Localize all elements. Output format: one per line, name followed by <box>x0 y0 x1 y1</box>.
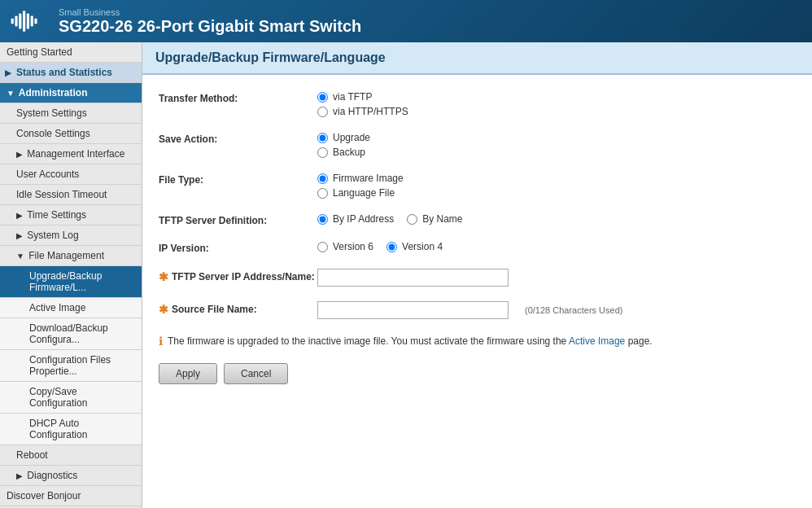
cancel-button[interactable]: Cancel <box>224 363 288 384</box>
svg-rect-0 <box>11 19 14 24</box>
svg-rect-4 <box>27 13 29 28</box>
by-name-radio[interactable] <box>407 214 417 225</box>
header-title-area: Small Business SG220-26 26-Port Gigabit … <box>59 7 361 36</box>
ip-version-label: IP Version: <box>159 241 317 254</box>
sidebar-item-management-interface[interactable]: ▶ Management Interface <box>0 144 142 164</box>
sidebar-item-getting-started[interactable]: Getting Started <box>0 42 142 63</box>
save-action-backup: Backup <box>317 147 370 158</box>
chevron-right-icon: ▶ <box>16 471 23 480</box>
sidebar-item-system-log[interactable]: ▶ System Log <box>0 226 142 246</box>
save-action-label: Save Action: <box>159 132 317 145</box>
transfer-method-row: Transfer Method: via TFTP via HTTP/HTTPS <box>159 91 796 117</box>
tftp-label[interactable]: via TFTP <box>333 91 372 103</box>
header-brand: Small Business <box>59 7 361 17</box>
transfer-method-http: via HTTP/HTTPS <box>317 106 408 117</box>
save-action-controls: Upgrade Backup <box>317 132 370 158</box>
cisco-logo <box>10 7 49 36</box>
sidebar-item-status-statistics[interactable]: ▶ Status and Statistics <box>0 63 142 83</box>
sidebar-item-active-image[interactable]: Active Image <box>0 298 142 318</box>
ipv6-radio[interactable] <box>317 242 328 252</box>
by-name-row: By Name <box>407 213 462 225</box>
ipv6-label[interactable]: Version 6 <box>333 241 373 252</box>
source-file-label: Source File Name: <box>172 304 257 315</box>
source-file-controls: (0/128 Characters Used) <box>317 301 622 319</box>
sidebar: Getting Started ▶ Status and Statistics … <box>0 42 142 508</box>
sidebar-item-download-backup[interactable]: Download/Backup Configura... <box>0 318 142 350</box>
http-radio[interactable] <box>317 107 328 117</box>
svg-rect-1 <box>15 16 17 27</box>
sidebar-item-diagnostics[interactable]: ▶ Diagnostics <box>0 466 142 486</box>
ipv4-radio[interactable] <box>386 242 397 252</box>
sidebar-item-administration[interactable]: ▼ Administration <box>0 83 142 103</box>
active-image-link[interactable]: Active Image <box>569 335 625 347</box>
save-action-row: Save Action: Upgrade Backup <box>159 132 796 158</box>
backup-label[interactable]: Backup <box>333 147 365 158</box>
ip-version-controls: Version 6 Version 4 <box>317 241 443 252</box>
tftp-server-ip-input[interactable] <box>317 269 509 287</box>
sidebar-item-config-files[interactable]: Configuration Files Propertie... <box>0 350 142 382</box>
firmware-label[interactable]: Firmware Image <box>333 173 404 184</box>
tftp-radio[interactable] <box>317 92 328 103</box>
tftp-server-def-row: TFTP Server Definition: By IP Address By… <box>159 213 796 226</box>
transfer-method-tftp: via TFTP <box>317 91 408 103</box>
form-container: Transfer Method: via TFTP via HTTP/HTTPS… <box>142 75 812 401</box>
tftp-server-ip-controls <box>317 269 509 287</box>
info-message-row: ℹ The firmware is upgraded to the inacti… <box>159 334 796 348</box>
sidebar-item-time-settings[interactable]: ▶ Time Settings <box>0 205 142 226</box>
by-name-label[interactable]: By Name <box>422 213 462 225</box>
chevron-right-icon: ▶ <box>16 231 23 240</box>
sidebar-item-console-settings[interactable]: Console Settings <box>0 124 142 144</box>
tftp-server-ip-row: ✱ TFTP Server IP Address/Name: <box>159 269 796 287</box>
sidebar-item-discover-bonjour[interactable]: Discover Bonjour <box>0 486 142 506</box>
language-label[interactable]: Language File <box>333 187 395 199</box>
button-row: Apply Cancel <box>159 363 796 384</box>
svg-rect-5 <box>31 16 33 27</box>
chevron-down-icon: ▼ <box>16 252 24 261</box>
language-radio[interactable] <box>317 188 328 199</box>
sidebar-item-copy-save[interactable]: Copy/Save Configuration <box>0 382 142 414</box>
by-ip-row: By IP Address <box>317 213 394 225</box>
layout: Getting Started ▶ Status and Statistics … <box>0 42 812 508</box>
upgrade-label[interactable]: Upgrade <box>333 132 370 143</box>
ipv6-row: Version 6 <box>317 241 373 252</box>
main-content: Upgrade/Backup Firmware/Language Transfe… <box>142 42 812 508</box>
sidebar-item-user-accounts[interactable]: User Accounts <box>0 164 142 185</box>
save-action-upgrade: Upgrade <box>317 132 370 143</box>
sidebar-item-upgrade-backup[interactable]: Upgrade/Backup Firmware/L... <box>0 266 142 298</box>
tftp-server-def-controls: By IP Address By Name <box>317 213 463 225</box>
file-type-language: Language File <box>317 187 404 199</box>
svg-rect-6 <box>34 19 37 24</box>
svg-rect-2 <box>19 13 21 28</box>
upgrade-radio[interactable] <box>317 133 328 143</box>
header-device-title: SG220-26 26-Port Gigabit Smart Switch <box>59 17 361 36</box>
chevron-right-icon: ▶ <box>5 68 11 77</box>
file-type-firmware: Firmware Image <box>317 173 404 184</box>
chevron-down-icon: ▼ <box>7 89 15 98</box>
by-ip-label[interactable]: By IP Address <box>333 213 394 225</box>
source-file-row: ✱ Source File Name: (0/128 Characters Us… <box>159 301 796 319</box>
file-type-label: File Type: <box>159 173 317 186</box>
ipv4-label[interactable]: Version 4 <box>402 241 443 252</box>
sidebar-item-system-settings[interactable]: System Settings <box>0 103 142 124</box>
info-icon: ℹ <box>159 335 163 348</box>
source-file-input[interactable] <box>317 301 509 319</box>
source-file-hint: (0/128 Characters Used) <box>525 305 622 315</box>
firmware-radio[interactable] <box>317 173 328 184</box>
tftp-server-ip-label: TFTP Server IP Address/Name: <box>172 271 315 282</box>
source-required-icon: ✱ <box>159 303 168 316</box>
info-message: The firmware is upgraded to the inactive… <box>168 334 653 348</box>
http-label[interactable]: via HTTP/HTTPS <box>333 106 408 117</box>
by-ip-radio[interactable] <box>317 214 328 225</box>
backup-radio[interactable] <box>317 147 328 158</box>
sidebar-item-dhcp-auto[interactable]: DHCP Auto Configuration <box>0 414 142 445</box>
svg-rect-3 <box>23 11 25 32</box>
sidebar-item-reboot[interactable]: Reboot <box>0 445 142 466</box>
sidebar-item-file-management[interactable]: ▼ File Management <box>0 246 142 266</box>
apply-button[interactable]: Apply <box>159 363 217 384</box>
tftp-server-def-label: TFTP Server Definition: <box>159 213 317 226</box>
sidebar-item-idle-session-timeout[interactable]: Idle Session Timeout <box>0 185 142 205</box>
transfer-method-label: Transfer Method: <box>159 91 317 104</box>
chevron-right-icon: ▶ <box>16 211 23 220</box>
header: Small Business SG220-26 26-Port Gigabit … <box>0 0 812 42</box>
file-type-controls: Firmware Image Language File <box>317 173 404 199</box>
